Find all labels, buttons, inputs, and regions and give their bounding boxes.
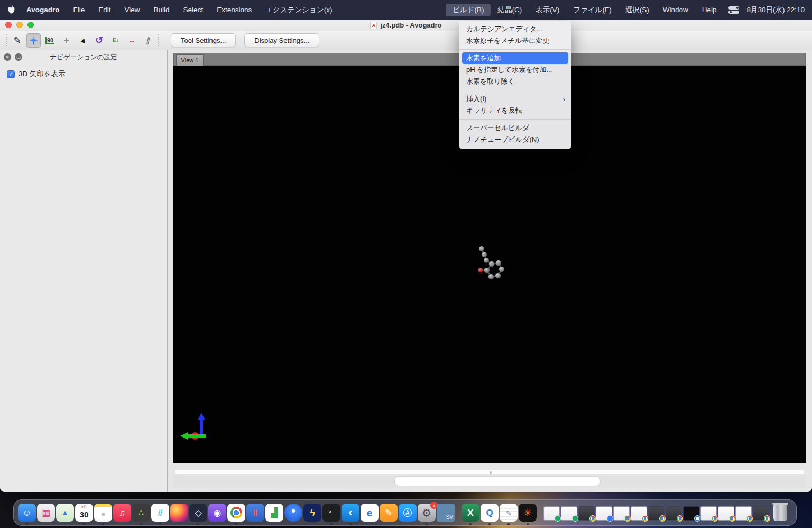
minimized-window-win-11[interactable]	[718, 506, 734, 521]
minimized-window-win-1[interactable]	[543, 506, 560, 521]
menubar-item-crystal-menu[interactable]: 結晶(C)	[491, 4, 529, 16]
app-badge-icon	[712, 515, 718, 522]
horizontal-scrollbar-thumb[interactable]	[394, 476, 601, 486]
tool-draw-tool[interactable]: ✎	[10, 33, 24, 48]
build-menu-hydrogens-to-methyl[interactable]: 水素原子をメチル基に変更	[459, 35, 571, 47]
control-center-icon[interactable]	[728, 6, 740, 14]
dock-app-lightning-app[interactable]: ϟ	[303, 504, 321, 522]
menubar-item-view-menu[interactable]: View	[118, 4, 147, 15]
dock-app-avogadro[interactable]: ∴	[132, 504, 150, 522]
menubar-item-display-menu[interactable]: 表示(V)	[529, 4, 566, 16]
build-menu-nanotube-builder[interactable]: ナノチューブビルダ(N)	[459, 134, 571, 145]
tool-navigate-tool[interactable]	[26, 33, 41, 48]
minimized-window-win-8[interactable]	[666, 506, 682, 521]
dock-app-vscode[interactable]: ‹	[342, 504, 359, 522]
close-window-button[interactable]	[5, 22, 12, 28]
macos-menu-bar: Avogadro File Edit View Build Select Ext…	[0, 0, 812, 20]
dock-app-appstore[interactable]: Ⓐ	[399, 504, 417, 522]
minimize-window-button[interactable]	[16, 22, 23, 28]
minimized-window-win-5[interactable]	[613, 506, 630, 521]
dock-app-calendar[interactable]: 8月 30	[75, 504, 93, 522]
build-dropdown-menu: カルテシアンエディタ... 水素原子をメチル基に変更 水素を追加 pH を指定し…	[459, 21, 571, 149]
build-menu-insert[interactable]: 挿入(I) ›	[459, 93, 571, 105]
tool-auto-rotate-tool[interactable]: ↺	[92, 33, 106, 48]
dock-app-settings[interactable]: ⚙ 2	[418, 504, 436, 522]
minimized-window-win-10[interactable]	[700, 506, 717, 521]
toolbar-grip-icon[interactable]	[158, 34, 160, 46]
dock-app-monitor-app[interactable]: ‖	[246, 504, 264, 522]
display-settings-button[interactable]: Display Settings...	[244, 33, 319, 47]
menubar-item-window-menu[interactable]: Window	[656, 4, 695, 15]
build-menu-add-hydrogens-ph[interactable]: pH を指定して水素を付加...	[459, 64, 571, 76]
show-3d-arrows-label: 3D 矢印を表示	[19, 69, 66, 79]
menubar-item-file-menu[interactable]: File	[67, 4, 92, 15]
minimized-window-win-7[interactable]	[648, 506, 665, 521]
build-menu-add-hydrogens[interactable]: 水素を追加	[462, 52, 568, 64]
bottom-splitter-bar[interactable]	[174, 470, 805, 475]
build-menu-sep-1[interactable]	[459, 49, 571, 50]
menu-bar-clock[interactable]: 8月30日(水) 22:10	[746, 5, 805, 15]
menubar-item-file-jp-menu[interactable]: ファイル(F)	[566, 4, 619, 16]
tool-measure-tool[interactable]: ↔	[125, 33, 139, 48]
dock-app-slack[interactable]: #	[151, 504, 169, 522]
window-title-bar[interactable]: A jz4.pdb - Avogadro	[0, 20, 812, 31]
menubar-item-help-menu[interactable]: Help	[695, 4, 724, 15]
minimized-window-win-4[interactable]	[596, 506, 612, 521]
dock-app-textedit[interactable]: ✎	[500, 504, 518, 522]
dock-app-keychain-app[interactable]	[284, 504, 302, 522]
minimized-window-win-13[interactable]	[753, 506, 769, 521]
horizontal-scrollbar-track[interactable]	[173, 476, 806, 487]
dock-app-launchpad[interactable]: ▦	[37, 504, 55, 522]
trash-icon[interactable]	[773, 505, 787, 521]
tool-manipulate-tool[interactable]: +	[59, 33, 73, 48]
dock-app-pages[interactable]: ✎	[380, 504, 398, 522]
build-menu-cartesian-editor[interactable]: カルテシアンエディタ...	[459, 23, 571, 35]
menubar-item-build-jp-menu[interactable]: ビルド(B)	[446, 4, 491, 16]
minimized-window-win-9[interactable]	[683, 506, 699, 521]
navigation-settings-panel: ナビゲーションの設定 ✕ ▭ ✓ 3D 矢印を表示	[0, 50, 167, 492]
tool-bond-centric-tool[interactable]: 90	[43, 33, 57, 48]
show-3d-arrows-checkbox[interactable]: ✓	[7, 70, 15, 78]
tool-auto-optimize-tool[interactable]: E↓	[108, 33, 123, 48]
menubar-item-select-menu[interactable]: Select	[177, 4, 210, 15]
dock-app-music[interactable]: ♫	[113, 504, 131, 522]
tool-selection-tool[interactable]: ►	[76, 33, 90, 48]
tab-view-1[interactable]: View 1	[176, 54, 204, 66]
minimized-window-win-6[interactable]	[631, 506, 647, 521]
dock-app-notes[interactable]: ≡	[94, 504, 112, 522]
minimized-window-win-2[interactable]	[561, 506, 577, 521]
menubar-item-edit-menu[interactable]: Edit	[91, 4, 117, 15]
menubar-item-avogadro-menu[interactable]: Avogadro	[20, 4, 67, 15]
dock-app-terminal[interactable]: >_	[322, 504, 340, 522]
dock-app-chart-app[interactable]: ▟	[265, 504, 283, 522]
build-menu-invert-chirality[interactable]: キラリティを反転	[459, 105, 571, 116]
toolbar-grip-icon[interactable]	[6, 34, 7, 46]
build-menu-remove-hydrogens[interactable]: 水素を取り除く	[459, 76, 571, 87]
menubar-item-extensions-menu[interactable]: Extensions	[210, 4, 259, 15]
tool-settings-button[interactable]: Tool Settings...	[171, 33, 236, 47]
dock-app-firefox[interactable]	[170, 504, 188, 522]
dock-app-excel[interactable]: X	[462, 504, 479, 522]
dock-app-dark-app[interactable]: ◇	[189, 504, 207, 522]
dock-app-quicktime[interactable]: Q	[481, 504, 499, 522]
build-menu-supercell-builder[interactable]: スーパーセルビルダ	[459, 122, 571, 134]
dock-app-podcasts[interactable]: ◉	[208, 504, 226, 522]
menubar-item-extensions-jp-menu[interactable]: エクステンション(x)	[259, 4, 339, 16]
minimized-window-win-12[interactable]	[735, 506, 752, 521]
app-badge-icon	[746, 515, 753, 522]
dock-app-avogadro2[interactable]: ✳	[519, 504, 537, 522]
dock-app-edge[interactable]: e	[361, 504, 379, 522]
build-menu-sep-3[interactable]	[459, 119, 571, 120]
app-badge-icon	[694, 515, 700, 522]
apple-logo-icon[interactable]	[7, 5, 15, 14]
menubar-item-build-menu[interactable]: Build	[147, 4, 177, 15]
dock-app-chrome[interactable]	[227, 504, 245, 522]
zoom-window-button[interactable]	[27, 22, 34, 28]
tool-align-tool[interactable]: ∥	[141, 33, 155, 48]
dock-app-finder[interactable]: ☺	[18, 504, 36, 522]
dock-app-maps[interactable]: ▲	[56, 504, 74, 522]
dock-app-sv-window[interactable]: SV	[437, 504, 455, 522]
build-menu-sep-2[interactable]	[459, 90, 571, 90]
menubar-item-select-jp-menu[interactable]: 選択(S)	[619, 4, 656, 16]
minimized-window-win-3[interactable]	[578, 506, 595, 521]
